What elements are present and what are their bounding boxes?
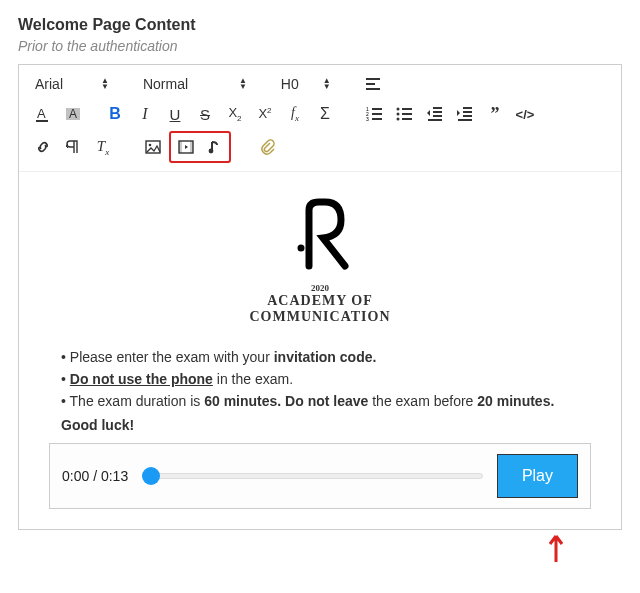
svg-point-9 <box>397 118 400 121</box>
sigma-button[interactable]: Σ <box>311 101 339 127</box>
list-item: Please enter the exam with your invitati… <box>61 349 591 365</box>
section-title: Welcome Page Content <box>18 16 622 34</box>
attachment-button[interactable] <box>253 134 281 160</box>
code-button[interactable]: </> <box>511 101 539 127</box>
bold-button[interactable]: B <box>101 101 129 127</box>
subscript-button[interactable]: X2 <box>221 101 249 127</box>
highlight-button[interactable]: A <box>59 101 87 127</box>
chevron-updown-icon: ▲▼ <box>323 78 331 90</box>
logo-line2: COMMUNICATION <box>49 309 591 325</box>
quote-button[interactable]: ” <box>481 101 509 127</box>
audio-button[interactable] <box>200 134 228 160</box>
list-item: The exam duration is 60 minutes. Do not … <box>61 393 591 409</box>
indent-button[interactable] <box>451 101 479 127</box>
media-buttons-highlight <box>169 131 231 163</box>
ordered-list-button[interactable]: 123 <box>361 101 389 127</box>
logo-year: 2020 <box>49 283 591 293</box>
chevron-updown-icon: ▲▼ <box>239 78 247 90</box>
text-color-button[interactable]: A <box>29 101 57 127</box>
link-button[interactable] <box>29 134 57 160</box>
svg-text:3: 3 <box>366 116 369 122</box>
instructions-list: Please enter the exam with your invitati… <box>49 349 591 409</box>
strikethrough-button[interactable]: S <box>191 101 219 127</box>
player-time: 0:00 / 0:13 <box>62 468 128 484</box>
clear-format-button[interactable]: Tx <box>89 134 117 160</box>
font-family-select[interactable]: Arial ▲▼ <box>29 71 115 97</box>
svg-text:A: A <box>37 106 46 121</box>
editor-container: Arial ▲▼ Normal ▲▼ H0 ▲▼ <box>18 64 622 530</box>
svg-point-8 <box>397 113 400 116</box>
svg-rect-13 <box>179 141 182 153</box>
paragraph-button[interactable] <box>59 134 87 160</box>
list-item: Do not use the phone in the exam. <box>61 371 591 387</box>
editor-content[interactable]: 2020 ACADEMY OF COMMUNICATION Please ent… <box>19 172 621 529</box>
heading-select[interactable]: H0 ▲▼ <box>275 71 337 97</box>
function-button[interactable]: fx <box>281 101 309 127</box>
section-subtitle: Prior to the authentication <box>18 38 622 54</box>
logo: 2020 ACADEMY OF COMMUNICATION <box>49 196 591 325</box>
audio-player: 0:00 / 0:13 Play <box>49 443 591 509</box>
italic-button[interactable]: I <box>131 101 159 127</box>
svg-point-15 <box>209 149 214 154</box>
align-button[interactable] <box>359 71 387 97</box>
chevron-updown-icon: ▲▼ <box>101 78 109 90</box>
logo-line1: ACADEMY OF <box>49 293 591 309</box>
toolbar: Arial ▲▼ Normal ▲▼ H0 ▲▼ <box>19 65 621 172</box>
svg-point-11 <box>149 144 152 147</box>
arrow-annotation <box>18 534 622 566</box>
good-luck-text: Good luck! <box>61 417 591 433</box>
font-size-select[interactable]: Normal ▲▼ <box>137 71 253 97</box>
svg-rect-14 <box>190 141 193 153</box>
svg-point-7 <box>397 108 400 111</box>
seek-thumb-icon[interactable] <box>142 467 160 485</box>
svg-text:A: A <box>69 107 77 121</box>
image-button[interactable] <box>139 134 167 160</box>
underline-button[interactable]: U <box>161 101 189 127</box>
superscript-button[interactable]: X2 <box>251 101 279 127</box>
svg-point-16 <box>298 245 305 252</box>
play-button[interactable]: Play <box>497 454 578 498</box>
svg-rect-1 <box>36 120 48 122</box>
unordered-list-button[interactable] <box>391 101 419 127</box>
player-seek[interactable] <box>142 470 483 482</box>
outdent-button[interactable] <box>421 101 449 127</box>
video-button[interactable] <box>172 134 200 160</box>
